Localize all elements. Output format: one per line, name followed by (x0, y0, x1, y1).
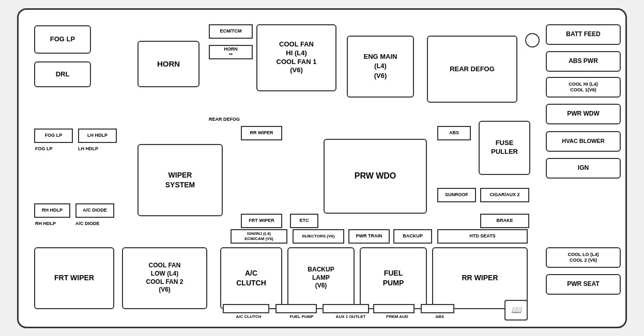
ecm-tcm: ECM/TCM (209, 24, 253, 39)
htd-seats: HTD SEATS (437, 229, 528, 244)
ac-clutch-large: A/CCLUTCH (220, 247, 282, 309)
ac-diode-label: A/C DIODE (75, 221, 100, 227)
drl: DRL (34, 61, 91, 87)
ac-diode: A/C DIODE (75, 203, 114, 218)
horn: HORN (137, 41, 200, 87)
prw-wdo: PRW WDO (324, 139, 427, 214)
ign-right: IGN (546, 158, 621, 179)
ac-clutch-small-label: A/C CLUTCH (223, 314, 274, 319)
connector-circle (525, 33, 540, 47)
cool-fan-hi: COOL FANHI (L4)COOL FAN 1(V6) (256, 24, 336, 91)
pwr-wdw-right: PWR WDW (546, 104, 621, 124)
pwr-seat: PWR SEAT (546, 274, 621, 295)
fog-lp-large: FOG LP (34, 25, 91, 54)
rh-hdlp-label: RH HDLP (35, 221, 56, 227)
cool-hi-l4: COOL HI (L4)COOL 1(V6) (546, 77, 621, 98)
abs-small: ABS (437, 126, 471, 140)
fuel-pump-small (275, 304, 317, 313)
hvac-blower: HVAC BLOWER (546, 131, 621, 152)
rr-wiper-small-top: RR WIPER (241, 126, 282, 140)
rear-defog-large: REAR DEFOG (427, 36, 517, 103)
frt-wiper-small: FRT WIPER (241, 214, 282, 228)
batt-feed: BATT FEED (546, 24, 621, 45)
sunroof: SUNROOF (437, 188, 476, 202)
abs-bottom-label: ABS (427, 314, 453, 319)
rear-defog-small-label: REAR DEFOG (209, 117, 240, 122)
cigar-aux2: CIGAR/AUX 2 (480, 188, 529, 202)
info-icon: 📖 (504, 300, 528, 321)
injectors: INJECTORS (V6) (293, 229, 344, 244)
brake: BRAKE (480, 214, 529, 228)
ac-clutch-small (223, 304, 269, 313)
fuel-pump-small-label: FUEL PUMP (280, 314, 324, 319)
fuse-box: FOG LP DRL HORN ECM/TCM HORN ** COOL FAN… (17, 8, 627, 328)
fog-lp-small: FOG LP (34, 129, 73, 143)
pwr-train: PWR TRAIN (348, 229, 390, 244)
etc: ETC (290, 214, 318, 228)
backup-small: BACKUP (393, 229, 432, 244)
prem-aud-label: PREM AUD (378, 314, 417, 319)
ign-inj: IGN/INJ (L4)ECM/CAM (V6) (231, 229, 287, 244)
aux1-outlet-small (323, 304, 369, 313)
backup-lamp: BACKUPLAMP(V6) (287, 247, 355, 309)
fuel-pump-large: FUELPUMP (360, 247, 427, 309)
abs-bottom-small (421, 304, 454, 313)
eng-main: ENG MAIN(L4)(V6) (347, 36, 414, 98)
horn-small: HORN ** (209, 45, 253, 59)
prem-aud-small (373, 304, 415, 313)
fog-lp-small-label: FOG LP (35, 147, 53, 152)
frt-wiper-large: FRT WIPER (34, 247, 114, 309)
cool-fan-low: COOL FANLOW (L4)COOL FAN 2(V6) (122, 247, 207, 309)
lh-hdlp-small-label: LH HDLP (78, 147, 98, 152)
lh-hdlp: LH HDLP (78, 129, 117, 143)
rh-hdlp: RH HDLP (34, 203, 70, 218)
wiper-system: WIPERSYSTEM (137, 144, 223, 216)
cool-lo: COOL LO (L4)COOL 2 (V6) (546, 247, 621, 268)
aux1-outlet-label: AUX 1 OUTLET (326, 314, 375, 319)
fuse-puller: FUSEPULLER (479, 121, 530, 175)
abs-pwr: ABS PWR (546, 51, 621, 72)
